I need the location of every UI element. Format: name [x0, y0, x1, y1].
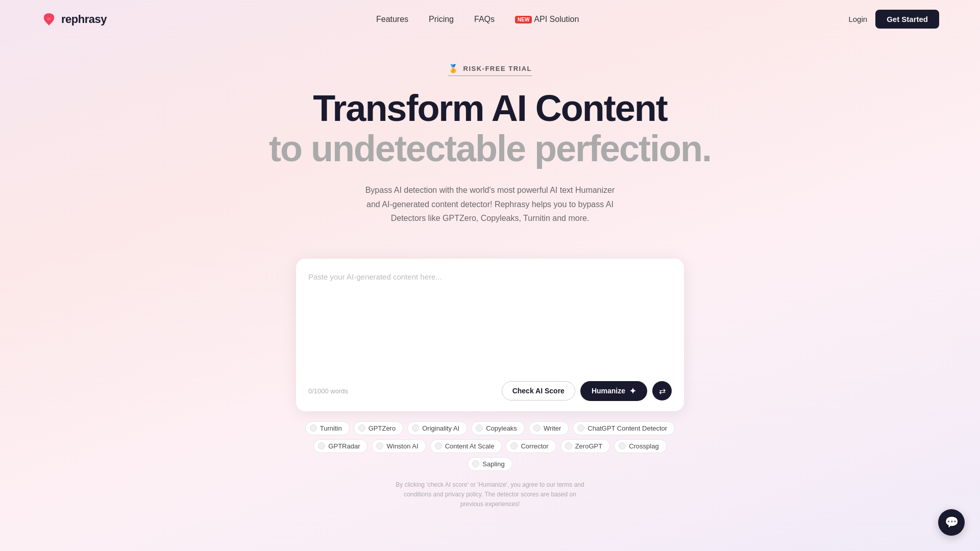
- tag-dot: [619, 442, 626, 449]
- detector-tag[interactable]: Crossplag: [614, 439, 667, 453]
- tag-dot: [577, 424, 584, 432]
- tag-label: Corrector: [521, 442, 548, 450]
- detector-tag[interactable]: Content At Scale: [430, 439, 502, 453]
- detector-tag[interactable]: Copyleaks: [471, 421, 525, 435]
- settings-icon: ⇄: [659, 386, 666, 396]
- tag-label: Crossplag: [629, 442, 659, 450]
- logo-text: rephrasy: [61, 13, 107, 26]
- tag-label: Winston AI: [386, 442, 418, 450]
- detector-tag[interactable]: Writer: [529, 421, 569, 435]
- detector-tag[interactable]: Corrector: [506, 439, 556, 453]
- tag-label: Writer: [544, 424, 561, 432]
- tag-label: GPTRadar: [328, 442, 360, 450]
- card-actions: Check AI Score Humanize ✦ ⇄: [502, 381, 672, 401]
- tag-dot: [510, 442, 518, 449]
- tag-label: ZeroGPT: [575, 442, 602, 450]
- detector-tag[interactable]: ZeroGPT: [560, 439, 610, 453]
- tag-dot: [533, 424, 541, 432]
- tag-dot: [435, 442, 442, 449]
- word-count: 0/1000 words: [308, 387, 348, 395]
- nav-links: Features Pricing FAQs NEWAPI Solution: [376, 15, 579, 24]
- tag-label: Turnitin: [320, 424, 342, 432]
- logo-icon: [41, 11, 57, 28]
- detector-tag[interactable]: Originality AI: [407, 421, 467, 435]
- new-badge: NEW: [515, 16, 532, 23]
- nav-item-pricing[interactable]: Pricing: [429, 15, 454, 24]
- nav-actions: Login Get Started: [848, 10, 939, 29]
- tag-label: Content At Scale: [445, 442, 495, 450]
- tag-label: GPTZero: [369, 424, 396, 432]
- tag-label: ChatGPT Content Detector: [587, 424, 667, 432]
- detector-tag[interactable]: Winston AI: [372, 439, 426, 453]
- check-ai-button[interactable]: Check AI Score: [502, 381, 575, 400]
- login-button[interactable]: Login: [848, 15, 867, 23]
- detector-tag[interactable]: GPTZero: [354, 421, 403, 435]
- nav-item-faqs[interactable]: FAQs: [474, 15, 495, 24]
- humanize-sparkle-icon: ✦: [629, 386, 636, 396]
- detector-tag[interactable]: ChatGPT Content Detector: [573, 421, 675, 435]
- disclaimer-text: By clicking 'check AI score' or 'Humaniz…: [393, 480, 587, 510]
- badge-icon: 🏅: [448, 64, 459, 73]
- logo[interactable]: rephrasy: [41, 11, 107, 28]
- settings-button[interactable]: ⇄: [652, 381, 672, 400]
- content-card: 0/1000 words Check AI Score Humanize ✦ ⇄: [296, 259, 684, 411]
- tag-label: Sapling: [482, 460, 504, 468]
- chat-bubble-button[interactable]: 💬: [938, 509, 965, 536]
- humanize-label: Humanize: [592, 387, 625, 395]
- ai-content-input[interactable]: [308, 271, 672, 373]
- nav-item-features[interactable]: Features: [376, 15, 408, 24]
- tag-dot: [472, 460, 479, 467]
- detector-tags: TurnitinGPTZeroOriginality AICopyleaksWr…: [296, 421, 684, 471]
- tag-dot: [376, 442, 383, 449]
- hero-section: 🏅 RISK-FREE TRIAL Transform AI Content t…: [0, 38, 980, 240]
- get-started-button[interactable]: Get Started: [875, 10, 939, 29]
- tag-dot: [565, 442, 572, 449]
- hero-headline: Transform AI Content to undetectable per…: [10, 88, 970, 169]
- humanize-button[interactable]: Humanize ✦: [580, 381, 647, 401]
- tag-dot: [476, 424, 483, 432]
- detector-tag[interactable]: Sapling: [468, 457, 512, 471]
- nav-item-api[interactable]: NEWAPI Solution: [515, 15, 579, 24]
- tag-dot: [358, 424, 365, 432]
- tag-dot: [318, 442, 325, 449]
- tag-dot: [412, 424, 419, 432]
- hero-subtext: Bypass AI detection with the world's mos…: [362, 183, 618, 225]
- tag-label: Copyleaks: [486, 424, 517, 432]
- detector-tag[interactable]: Turnitin: [305, 421, 350, 435]
- tag-label: Originality AI: [422, 424, 459, 432]
- detector-tag[interactable]: GPTRadar: [313, 439, 368, 453]
- card-footer: 0/1000 words Check AI Score Humanize ✦ ⇄: [308, 381, 672, 401]
- tag-dot: [310, 424, 317, 432]
- risk-free-badge: 🏅 RISK-FREE TRIAL: [448, 64, 532, 76]
- chat-icon: 💬: [945, 516, 959, 529]
- navbar: rephrasy Features Pricing FAQs NEWAPI So…: [0, 0, 980, 38]
